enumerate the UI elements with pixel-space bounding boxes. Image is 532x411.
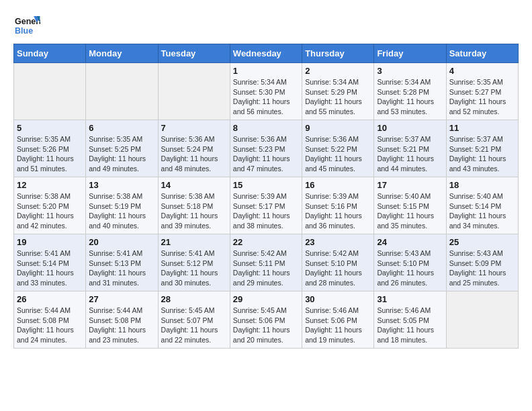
day-info: Sunrise: 5:36 AMSunset: 5:23 PMDaylight:… bbox=[233, 134, 299, 174]
day-info: Sunrise: 5:46 AMSunset: 5:06 PMDaylight:… bbox=[305, 306, 371, 345]
day-info: Sunrise: 5:40 AMSunset: 5:14 PMDaylight:… bbox=[449, 191, 515, 231]
calendar-cell: 20Sunrise: 5:41 AMSunset: 5:13 PMDayligh… bbox=[86, 234, 158, 291]
day-number: 14 bbox=[161, 180, 227, 190]
weekday-header-wednesday: Wednesday bbox=[230, 44, 302, 63]
day-info: Sunrise: 5:41 AMSunset: 5:13 PMDaylight:… bbox=[89, 248, 154, 288]
day-number: 31 bbox=[377, 294, 443, 304]
day-number: 24 bbox=[377, 237, 443, 247]
calendar-cell: 15Sunrise: 5:39 AMSunset: 5:17 PMDayligh… bbox=[230, 177, 302, 234]
calendar-cell: 1Sunrise: 5:34 AMSunset: 5:30 PMDaylight… bbox=[230, 63, 302, 120]
calendar-cell: 12Sunrise: 5:38 AMSunset: 5:20 PMDayligh… bbox=[14, 177, 86, 234]
day-info: Sunrise: 5:44 AMSunset: 5:08 PMDaylight:… bbox=[17, 306, 83, 345]
calendar-cell: 18Sunrise: 5:40 AMSunset: 5:14 PMDayligh… bbox=[446, 177, 518, 234]
day-info: Sunrise: 5:35 AMSunset: 5:27 PMDaylight:… bbox=[449, 77, 515, 117]
calendar-cell: 10Sunrise: 5:37 AMSunset: 5:21 PMDayligh… bbox=[374, 120, 446, 177]
calendar-cell: 13Sunrise: 5:38 AMSunset: 5:19 PMDayligh… bbox=[86, 177, 158, 234]
day-info: Sunrise: 5:36 AMSunset: 5:24 PMDaylight:… bbox=[161, 134, 227, 174]
calendar-cell: 2Sunrise: 5:34 AMSunset: 5:29 PMDaylight… bbox=[302, 63, 374, 120]
calendar-cell: 24Sunrise: 5:43 AMSunset: 5:10 PMDayligh… bbox=[374, 234, 446, 291]
day-info: Sunrise: 5:35 AMSunset: 5:26 PMDaylight:… bbox=[17, 134, 83, 174]
calendar-cell: 4Sunrise: 5:35 AMSunset: 5:27 PMDaylight… bbox=[446, 63, 518, 120]
calendar-cell: 8Sunrise: 5:36 AMSunset: 5:23 PMDaylight… bbox=[230, 120, 302, 177]
calendar-cell: 31Sunrise: 5:46 AMSunset: 5:05 PMDayligh… bbox=[374, 291, 446, 349]
day-number: 7 bbox=[161, 123, 227, 133]
day-info: Sunrise: 5:35 AMSunset: 5:25 PMDaylight:… bbox=[89, 134, 154, 174]
day-number: 16 bbox=[305, 180, 371, 190]
week-row-2: 5Sunrise: 5:35 AMSunset: 5:26 PMDaylight… bbox=[14, 120, 519, 177]
day-info: Sunrise: 5:41 AMSunset: 5:14 PMDaylight:… bbox=[17, 248, 83, 288]
day-number: 15 bbox=[233, 180, 299, 190]
calendar-cell: 11Sunrise: 5:37 AMSunset: 5:21 PMDayligh… bbox=[446, 120, 518, 177]
day-number: 30 bbox=[305, 294, 371, 304]
header: General Blue bbox=[13, 13, 519, 37]
week-row-3: 12Sunrise: 5:38 AMSunset: 5:20 PMDayligh… bbox=[14, 177, 519, 234]
calendar-cell: 5Sunrise: 5:35 AMSunset: 5:26 PMDaylight… bbox=[14, 120, 86, 177]
day-info: Sunrise: 5:38 AMSunset: 5:18 PMDaylight:… bbox=[161, 191, 227, 231]
weekday-header-thursday: Thursday bbox=[302, 44, 374, 63]
calendar-cell: 9Sunrise: 5:36 AMSunset: 5:22 PMDaylight… bbox=[302, 120, 374, 177]
calendar-cell: 23Sunrise: 5:42 AMSunset: 5:10 PMDayligh… bbox=[302, 234, 374, 291]
calendar-cell: 28Sunrise: 5:45 AMSunset: 5:07 PMDayligh… bbox=[158, 291, 230, 349]
day-info: Sunrise: 5:44 AMSunset: 5:08 PMDaylight:… bbox=[89, 306, 154, 345]
day-number: 3 bbox=[377, 66, 443, 76]
day-number: 27 bbox=[89, 294, 154, 304]
day-number: 2 bbox=[305, 66, 371, 76]
day-number: 8 bbox=[233, 123, 299, 133]
calendar-cell: 21Sunrise: 5:41 AMSunset: 5:12 PMDayligh… bbox=[158, 234, 230, 291]
day-number: 29 bbox=[233, 294, 299, 304]
weekday-header-row: SundayMondayTuesdayWednesdayThursdayFrid… bbox=[14, 44, 519, 63]
day-number: 26 bbox=[17, 294, 83, 304]
day-number: 11 bbox=[449, 123, 515, 133]
calendar-cell bbox=[86, 63, 158, 120]
calendar-cell: 30Sunrise: 5:46 AMSunset: 5:06 PMDayligh… bbox=[302, 291, 374, 349]
day-number: 1 bbox=[233, 66, 299, 76]
day-info: Sunrise: 5:43 AMSunset: 5:10 PMDaylight:… bbox=[377, 248, 443, 288]
day-number: 18 bbox=[449, 180, 515, 190]
day-info: Sunrise: 5:40 AMSunset: 5:15 PMDaylight:… bbox=[377, 191, 443, 231]
calendar-cell: 6Sunrise: 5:35 AMSunset: 5:25 PMDaylight… bbox=[86, 120, 158, 177]
calendar-cell: 17Sunrise: 5:40 AMSunset: 5:15 PMDayligh… bbox=[374, 177, 446, 234]
day-number: 9 bbox=[305, 123, 371, 133]
calendar-cell: 14Sunrise: 5:38 AMSunset: 5:18 PMDayligh… bbox=[158, 177, 230, 234]
weekday-header-saturday: Saturday bbox=[446, 44, 518, 63]
calendar-cell: 19Sunrise: 5:41 AMSunset: 5:14 PMDayligh… bbox=[14, 234, 86, 291]
logo-icon: General Blue bbox=[13, 13, 40, 37]
day-info: Sunrise: 5:34 AMSunset: 5:30 PMDaylight:… bbox=[233, 77, 299, 117]
calendar-cell: 26Sunrise: 5:44 AMSunset: 5:08 PMDayligh… bbox=[14, 291, 86, 349]
weekday-header-monday: Monday bbox=[86, 44, 158, 63]
calendar-cell: 7Sunrise: 5:36 AMSunset: 5:24 PMDaylight… bbox=[158, 120, 230, 177]
day-info: Sunrise: 5:39 AMSunset: 5:16 PMDaylight:… bbox=[305, 191, 371, 231]
weekday-header-friday: Friday bbox=[374, 44, 446, 63]
weekday-header-tuesday: Tuesday bbox=[158, 44, 230, 63]
day-number: 28 bbox=[161, 294, 227, 304]
day-info: Sunrise: 5:34 AMSunset: 5:28 PMDaylight:… bbox=[377, 77, 443, 117]
day-info: Sunrise: 5:39 AMSunset: 5:17 PMDaylight:… bbox=[233, 191, 299, 231]
day-info: Sunrise: 5:37 AMSunset: 5:21 PMDaylight:… bbox=[449, 134, 515, 174]
svg-text:Blue: Blue bbox=[15, 26, 33, 36]
calendar-cell: 27Sunrise: 5:44 AMSunset: 5:08 PMDayligh… bbox=[86, 291, 158, 349]
calendar-cell bbox=[158, 63, 230, 120]
day-number: 13 bbox=[89, 180, 154, 190]
day-number: 21 bbox=[161, 237, 227, 247]
week-row-4: 19Sunrise: 5:41 AMSunset: 5:14 PMDayligh… bbox=[14, 234, 519, 291]
day-info: Sunrise: 5:42 AMSunset: 5:11 PMDaylight:… bbox=[233, 248, 299, 288]
day-number: 17 bbox=[377, 180, 443, 190]
day-info: Sunrise: 5:36 AMSunset: 5:22 PMDaylight:… bbox=[305, 134, 371, 174]
logo: General Blue bbox=[13, 13, 40, 37]
day-number: 23 bbox=[305, 237, 371, 247]
day-info: Sunrise: 5:46 AMSunset: 5:05 PMDaylight:… bbox=[377, 306, 443, 345]
day-number: 20 bbox=[89, 237, 154, 247]
calendar-cell: 22Sunrise: 5:42 AMSunset: 5:11 PMDayligh… bbox=[230, 234, 302, 291]
day-info: Sunrise: 5:37 AMSunset: 5:21 PMDaylight:… bbox=[377, 134, 443, 174]
day-info: Sunrise: 5:45 AMSunset: 5:07 PMDaylight:… bbox=[161, 306, 227, 345]
week-row-5: 26Sunrise: 5:44 AMSunset: 5:08 PMDayligh… bbox=[14, 291, 519, 349]
day-info: Sunrise: 5:38 AMSunset: 5:20 PMDaylight:… bbox=[17, 191, 83, 231]
day-number: 5 bbox=[17, 123, 83, 133]
calendar-cell: 3Sunrise: 5:34 AMSunset: 5:28 PMDaylight… bbox=[374, 63, 446, 120]
week-row-1: 1Sunrise: 5:34 AMSunset: 5:30 PMDaylight… bbox=[14, 63, 519, 120]
calendar-cell: 25Sunrise: 5:43 AMSunset: 5:09 PMDayligh… bbox=[446, 234, 518, 291]
calendar-table: SundayMondayTuesdayWednesdayThursdayFrid… bbox=[13, 44, 519, 349]
calendar-cell: 29Sunrise: 5:45 AMSunset: 5:06 PMDayligh… bbox=[230, 291, 302, 349]
day-number: 22 bbox=[233, 237, 299, 247]
day-number: 10 bbox=[377, 123, 443, 133]
